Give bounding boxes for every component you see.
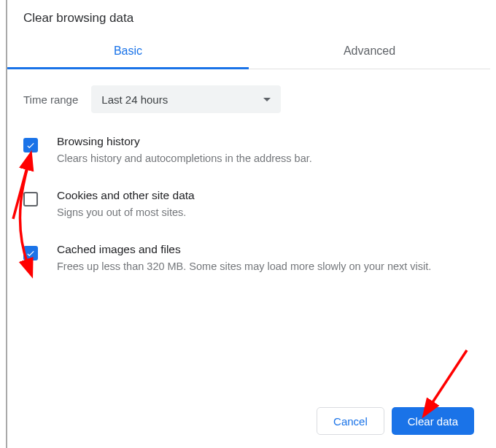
tabs: Basic Advanced	[7, 36, 490, 69]
option-text: Browsing history Clears history and auto…	[57, 135, 312, 167]
tab-advanced[interactable]: Advanced	[249, 36, 490, 69]
timerange-label: Time range	[23, 93, 78, 106]
dialog-footer: Cancel Clear data	[7, 394, 490, 448]
option-text: Cookies and other site data Signs you ou…	[57, 189, 195, 221]
option-text: Cached images and files Frees up less th…	[57, 243, 431, 275]
option-desc: Frees up less than 320 MB. Some sites ma…	[57, 259, 431, 275]
button-label: Clear data	[408, 415, 458, 428]
option-title: Browsing history	[57, 135, 312, 148]
clear-data-button[interactable]: Clear data	[392, 407, 474, 435]
option-title: Cached images and files	[57, 243, 431, 256]
button-label: Cancel	[333, 415, 368, 428]
timerange-select[interactable]: Last 24 hours	[91, 85, 281, 113]
options-list: Browsing history Clears history and auto…	[7, 122, 490, 274]
timerange-selected: Last 24 hours	[101, 93, 168, 106]
cancel-button[interactable]: Cancel	[317, 407, 384, 435]
option-browsing-history: Browsing history Clears history and auto…	[23, 135, 474, 167]
option-cached: Cached images and files Frees up less th…	[23, 243, 474, 275]
check-icon	[26, 140, 36, 150]
timerange-row: Time range Last 24 hours	[7, 69, 490, 122]
checkbox-cached[interactable]	[23, 246, 38, 260]
clear-browsing-data-dialog: Clear browsing data Basic Advanced Time …	[6, 0, 490, 448]
tab-basic[interactable]: Basic	[7, 36, 249, 69]
checkbox-cookies[interactable]	[23, 192, 38, 206]
dialog-title: Clear browsing data	[7, 0, 490, 33]
chevron-down-icon	[263, 98, 271, 101]
option-desc: Clears history and autocompletions in th…	[57, 151, 312, 167]
checkbox-browsing-history[interactable]	[23, 138, 38, 152]
check-icon	[26, 248, 36, 258]
tab-label: Advanced	[344, 45, 395, 57]
option-title: Cookies and other site data	[57, 189, 195, 202]
tab-label: Basic	[114, 45, 142, 57]
option-desc: Signs you out of most sites.	[57, 205, 195, 221]
option-cookies: Cookies and other site data Signs you ou…	[23, 189, 474, 221]
